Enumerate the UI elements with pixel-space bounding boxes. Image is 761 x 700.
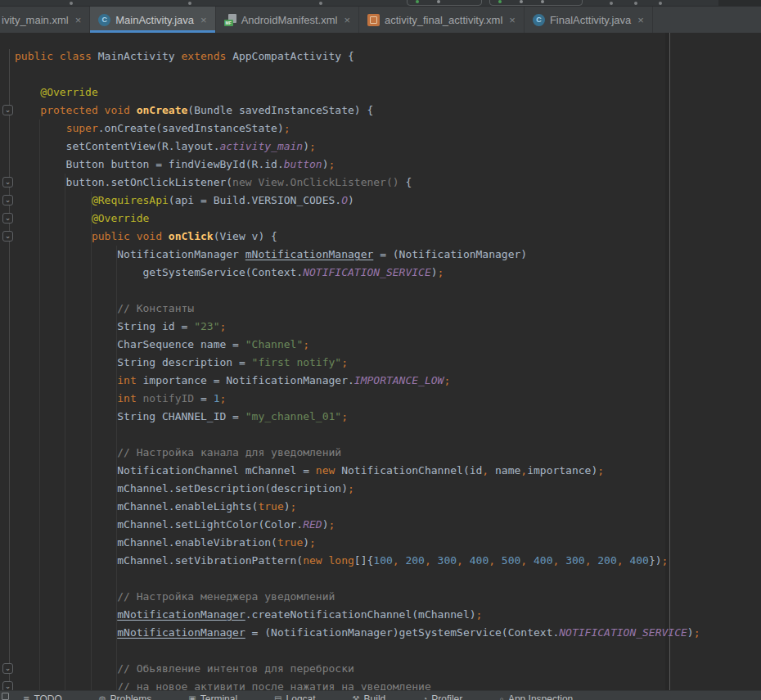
code-line: public void onClick(View v) { [15,228,700,246]
toolbar-dot-icon [659,2,662,5]
code-line: String id = "23"; [15,318,700,336]
code-line: @RequiresApi(api = Build.VERSION_CODES.O… [15,192,700,210]
code-line [15,642,700,660]
code-line: public class MainActivity extends AppCom… [15,47,700,65]
close-tab-icon[interactable]: × [509,15,516,25]
toolbar-dot-icon [319,2,322,5]
code-line: protected void onCreate(Bundle savedInst… [15,102,700,120]
close-tab-icon[interactable]: × [200,15,207,25]
fold-toggle-icon[interactable]: ⌄ [2,231,13,242]
app-inspection-icon: ⌕ [499,693,504,700]
tab-label: AndroidManifest.xml [241,14,338,26]
tool-window-button-terminal[interactable]: ▣Terminal [188,693,237,700]
tool-window-label: Logcat [286,693,316,700]
fold-toggle-icon[interactable]: ⌄ [2,195,13,205]
manifest-file-icon: MF [224,14,236,26]
tab-label: FinalActtivity.java [550,14,631,26]
toolbar-run-controls[interactable] [407,0,482,6]
code-line: mChannel.setDescription(description); [15,480,700,498]
code-line: mChannel.enableVibration(true); [15,534,700,552]
java-class-file-icon: C [98,14,110,26]
code-line: // Настройка канала для уведомлений [15,444,700,462]
code-line: @Override [15,84,700,102]
build-icon: ⚒ [353,693,360,700]
code-editor[interactable]: public class MainActivity extends AppCom… [0,33,761,700]
code-line [15,426,700,444]
code-line: @Override [15,210,700,228]
code-line: String CHANNEL_ID = "my_channel_01"; [15,408,700,426]
tool-window-button-profiler[interactable]: ◔Profiler [422,693,462,700]
layout-file-icon [367,14,380,26]
java-class-file-icon: C [533,14,545,26]
profiler-icon: ◔ [422,693,427,700]
manifest-mf-badge: MF [224,20,233,26]
code-line: int importance = NotificationManager.IMP… [15,372,700,390]
close-tab-icon[interactable]: × [344,15,350,25]
code-line: mNotificationManager = (NotificationMana… [15,624,700,642]
toolbar-dot-icon [610,2,613,5]
toolbar-strip [0,0,761,7]
fold-toggle-icon[interactable]: ⌄ [2,213,13,224]
code-line: CharSequence name = "Channel"; [15,336,700,354]
tool-window-button-app-inspection[interactable]: ⌕App Inspection [499,693,573,700]
code-line: Button button = findViewById(R.id.button… [15,156,700,174]
code-line: getSystemService(Context.NOTIFICATION_SE… [15,264,700,282]
tool-window-label: TODO [34,693,61,700]
code-line [15,570,700,588]
tool-window-button-todo[interactable]: ≣TODO [23,693,62,700]
toolbar-dot-icon [188,2,191,5]
tab-activity-final-acttivity-xml[interactable]: activity_final_acttivity.xml× [359,7,525,33]
tool-window-label: Problems [110,693,152,700]
code-area: public class MainActivity extends AppCom… [15,47,700,696]
toolbar-device-controls[interactable] [489,0,583,6]
tab-mainactivity-java[interactable]: CMainActivity.java× [90,7,215,33]
code-line: int notifyID = 1; [15,390,700,408]
code-line: mChannel.setVibrationPattern(new long[]{… [15,552,700,570]
code-line [15,282,700,300]
code-line: super.onCreate(savedInstanceState); [15,120,700,138]
code-line [15,65,700,84]
fold-toggle-icon[interactable]: ⌄ [2,663,13,674]
ide-window: ivity_main.xml×CMainActivity.java×MFAndr… [0,0,761,700]
close-tab-icon[interactable]: × [75,15,82,25]
toolbar-end-block [718,0,761,7]
tool-window-label: App Inspection [508,693,573,700]
tool-window-bar: ≣TODO◍Problems▣Terminal▤Logcat⚒Build◔Pro… [0,690,761,700]
code-line: NotificationManager mNotificationManager… [15,246,700,264]
tab-ivity-main-xml[interactable]: ivity_main.xml× [0,7,90,33]
code-line: // Обьявление интентов для переброски [15,660,700,678]
tool-window-button-build[interactable]: ⚒Build [353,693,386,700]
toolbar-dot-icon [70,2,73,5]
tab-androidmanifest-xml[interactable]: MFAndroidManifest.xml× [216,7,359,33]
close-tab-icon[interactable]: × [637,15,644,25]
terminal-icon: ▣ [188,693,196,700]
code-line: button.setOnClickListener(new View.OnCli… [15,174,700,192]
gutter-fold-line [9,49,10,700]
tool-window-button-logcat[interactable]: ▤Logcat [274,693,315,700]
tab-label: MainActivity.java [115,14,194,26]
tab-finalacttivity-java[interactable]: CFinalActtivity.java× [525,7,653,33]
tool-window-button-problems[interactable]: ◍Problems [99,693,151,700]
tab-label: activity_final_acttivity.xml [385,14,502,26]
tool-window-label: Profiler [431,693,462,700]
code-line: // Константы [15,300,700,318]
tool-window-label: Build [364,693,386,700]
code-line: // Настройка менеджера уведомлений [15,588,700,606]
logcat-icon: ▤ [274,693,281,700]
fold-toggle-icon[interactable]: ⌄ [2,177,13,187]
tool-window-switcher-icon[interactable] [2,693,9,700]
tab-label: ivity_main.xml [2,14,69,26]
editor-tab-bar: ivity_main.xml×CMainActivity.java×MFAndr… [0,7,761,33]
code-line: mChannel.enableLights(true); [15,498,700,516]
code-line: String description = "first notify"; [15,354,700,372]
code-line: NotificationChannel mChannel = new Notif… [15,462,700,480]
toolbar-dot-icon [634,2,637,5]
code-line: mChannel.setLightColor(Color.RED); [15,516,700,534]
todo-icon: ≣ [23,693,29,700]
fold-toggle-icon[interactable]: ⌄ [2,105,13,115]
code-line: mNotificationManager.createNotificationC… [15,606,700,624]
code-line: setContentView(R.layout.activity_main); [15,138,700,156]
problems-icon: ◍ [99,693,106,700]
tool-window-label: Terminal [200,693,237,700]
